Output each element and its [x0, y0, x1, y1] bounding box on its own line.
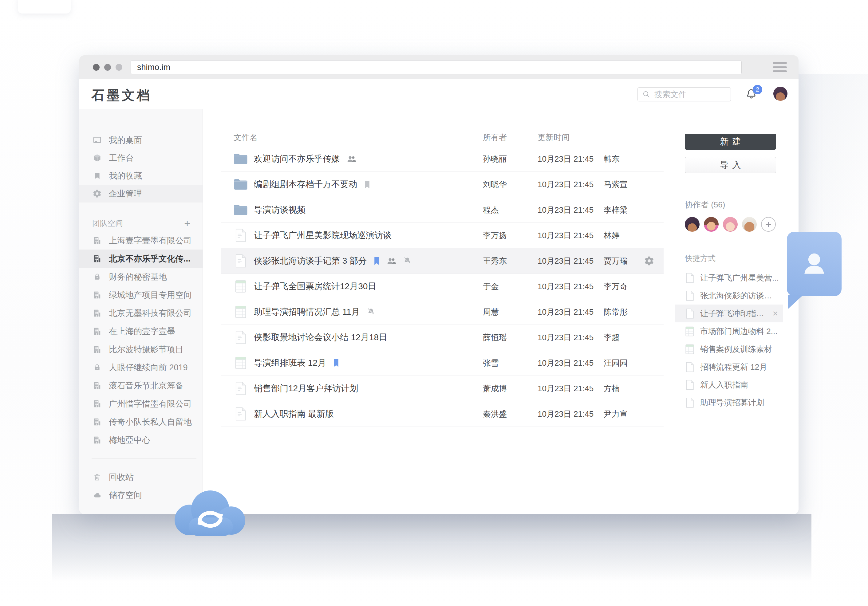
sidebar-team-item[interactable]: 北京不亦乐乎文化传...	[79, 250, 203, 268]
file-owner: 李万扬	[483, 230, 538, 241]
shortcut-item[interactable]: 新人入职指南 ×	[675, 376, 783, 394]
window-zoom-button[interactable]	[116, 64, 122, 71]
user-avatar[interactable]	[773, 87, 787, 101]
sidebar-team-item[interactable]: 梅地亞中心	[79, 431, 203, 449]
shortcut-item[interactable]: 市场部门周边物料 2... ×	[675, 322, 783, 340]
team-item-label: 传奇小队长私人自留地	[109, 416, 192, 428]
file-name: 侠影取景地讨论会议小结 12月18日	[254, 332, 387, 343]
team-space-section: 团队空间 +	[79, 219, 203, 228]
file-row[interactable]: 导演组排班表 12月	[221, 350, 663, 376]
sidebar-item-enterprise-admin[interactable]: 企业管理	[79, 185, 203, 203]
window-close-button[interactable]	[93, 64, 99, 71]
sheet-icon	[235, 305, 246, 318]
sidebar-item-my-desktop[interactable]: 我的桌面	[79, 131, 203, 149]
sidebar-team-item[interactable]: 上海壹字壹墨有限公司	[79, 231, 203, 250]
file-name: 编剧组剧本存档千万不要动	[254, 178, 357, 190]
building-icon	[92, 308, 102, 318]
sidebar-item-workbench[interactable]: 工作台	[79, 149, 203, 167]
sync-cloud-button[interactable]	[167, 483, 254, 543]
collaborator-avatar[interactable]	[723, 217, 738, 232]
sidebar-team-item[interactable]: 广州惜字惜墨有限公司	[79, 395, 203, 413]
browser-menu-icon[interactable]	[773, 62, 787, 72]
doc-icon	[235, 229, 246, 242]
collaborative-people-icon	[387, 257, 396, 265]
bookmark-icon	[92, 171, 102, 181]
file-updated-time: 10月23日 21:45	[538, 256, 604, 267]
file-updated-time: 10月23日 21:45	[538, 230, 604, 241]
file-owner: 张雪	[483, 358, 538, 369]
sidebar-team-item[interactable]: 大眼仔继续向前 2019	[79, 358, 203, 377]
file-name: 让子弹飞全国票房统计12月30日	[254, 281, 376, 292]
window-body: 我的桌面 工作台 我的收藏 企业管理 团队	[79, 109, 798, 514]
url-bar[interactable]: shimo.im	[131, 60, 742, 74]
traffic-lights	[93, 64, 122, 71]
file-row[interactable]: 助理导演招聘情况汇总 11月	[221, 299, 663, 325]
building-icon	[92, 254, 102, 263]
sidebar-item-favorites[interactable]: 我的收藏	[79, 167, 203, 185]
collaborator-avatar[interactable]	[704, 217, 719, 232]
file-name-cell: 侠影张北海访谈手记第 3 部分	[234, 254, 483, 268]
sheet-icon	[235, 280, 246, 293]
doc-icon	[685, 291, 694, 301]
file-row[interactable]: 侠影取景地讨论会议小结 12月18日	[221, 325, 663, 350]
new-button[interactable]: 新建	[685, 134, 776, 150]
sidebar-team-item[interactable]: 比尔波特摄影节项目	[79, 340, 203, 358]
shortcut-item[interactable]: 助理导演招募计划 ×	[675, 394, 783, 411]
close-icon[interactable]: ×	[772, 308, 778, 319]
feedback-bubble[interactable]	[787, 232, 842, 296]
trash-icon	[92, 472, 102, 482]
collaborator-avatar[interactable]	[742, 217, 757, 232]
file-row[interactable]: 欢迎访问不亦乐乎传媒	[221, 146, 663, 172]
file-row[interactable]: 导演访谈视频	[221, 197, 663, 223]
file-updated-time: 10月23日 21:45	[538, 307, 604, 318]
sidebar-item-label: 储存空间	[109, 490, 142, 501]
sidebar-team-item[interactable]: 绿城地产项目专用空间	[79, 286, 203, 304]
sidebar-team-item[interactable]: 滚石音乐节北京筹备	[79, 377, 203, 395]
add-team-space-icon[interactable]: +	[184, 218, 190, 228]
notifications-button[interactable]: 2	[744, 87, 758, 102]
page: { "browser": { "url": "shimo.im" }, "hea…	[0, 0, 868, 606]
file-updated-time: 10月23日 21:45	[538, 153, 604, 164]
browser-chrome: shimo.im	[79, 55, 798, 79]
sidebar-item-label: 工作台	[109, 152, 134, 163]
team-space-list: 上海壹字壹墨有限公司	[79, 231, 203, 449]
team-item-label: 滚石音乐节北京筹备	[109, 380, 183, 391]
sidebar-team-item[interactable]: 财务的秘密基地	[79, 268, 203, 286]
search-box[interactable]	[637, 87, 731, 101]
shortcut-item[interactable]: 让子弹飞冲印指南第... ×	[675, 305, 783, 322]
shortcut-item[interactable]: 让子弹飞广州星美营... ×	[675, 269, 783, 287]
file-row[interactable]: 让子弹飞广州星美影院现场巡演访谈	[221, 223, 663, 248]
file-row[interactable]: 编剧组剧本存档千万不要动	[221, 172, 663, 197]
window-minimize-button[interactable]	[104, 64, 111, 71]
shortcut-item[interactable]: 张北海侠影的访谈纪要 ×	[675, 287, 783, 305]
sidebar-team-item[interactable]: 在上海的壹字壹墨	[79, 322, 203, 340]
file-name-cell: 销售部门12月客户拜访计划	[234, 382, 483, 395]
file-owner: 刘晓华	[483, 179, 538, 190]
building-icon	[92, 326, 102, 336]
shortcut-label: 助理导演招募计划	[700, 397, 780, 408]
file-row[interactable]: 销售部门12月客户拜访计划	[221, 376, 663, 401]
file-type-icon	[234, 331, 248, 344]
file-name: 新人入职指南 最新版	[254, 408, 334, 420]
building-icon	[92, 344, 102, 354]
building-icon	[92, 236, 102, 245]
shortcuts-label: 快捷方式	[685, 253, 776, 263]
import-button[interactable]: 导入	[685, 157, 776, 173]
sidebar-team-item[interactable]: 传奇小队长私人自留地	[79, 413, 203, 431]
doc-icon	[235, 382, 246, 395]
shortcut-item[interactable]: 招聘流程更新 12月 ×	[675, 358, 783, 376]
search-icon	[642, 90, 651, 99]
shortcut-item[interactable]: 销售案例及训练素材 ×	[675, 340, 783, 358]
team-item-label: 财务的秘密基地	[109, 271, 167, 282]
add-collaborator-button[interactable]: +	[761, 217, 776, 232]
collaborator-avatar[interactable]	[685, 217, 699, 232]
sheet-icon	[685, 344, 694, 354]
file-row[interactable]: 新人入职指南 最新版	[221, 401, 663, 427]
collaborators-label: 协作者 (56)	[685, 200, 776, 210]
file-row[interactable]: 让子弹飞全国票房统计12月30日	[221, 274, 663, 299]
search-input[interactable]	[654, 90, 731, 99]
file-editor: 李万奇	[604, 281, 651, 292]
sidebar-team-item[interactable]: 北京无墨科技有限公司	[79, 304, 203, 322]
row-settings-gear-icon[interactable]	[644, 256, 654, 266]
file-row[interactable]: 侠影张北海访谈手记第 3 部分	[221, 248, 663, 274]
